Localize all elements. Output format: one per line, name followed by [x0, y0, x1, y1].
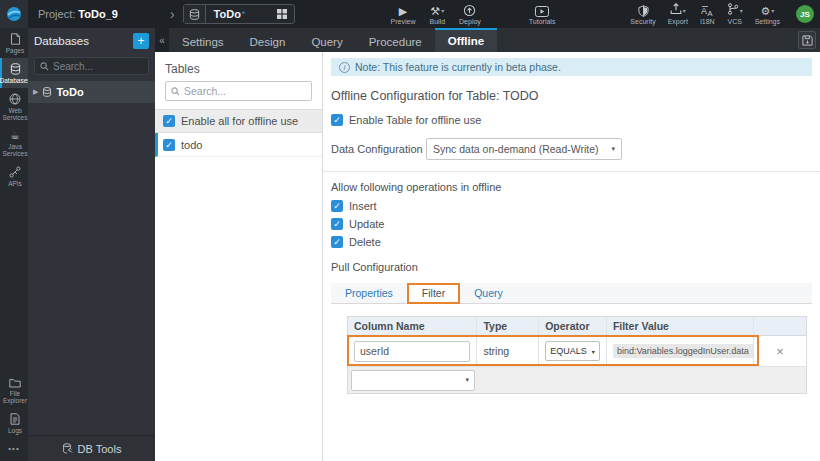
pull-tab-query[interactable]: Query	[460, 283, 517, 303]
vcs-branch-icon	[727, 3, 739, 17]
folder-icon	[9, 378, 21, 388]
shield-icon	[638, 4, 649, 17]
operator-select[interactable]: EQUALS ▾	[545, 341, 600, 361]
preview-button[interactable]: ▶ Preview	[391, 0, 416, 28]
tab-query[interactable]: Query	[298, 28, 355, 52]
database-item-todo[interactable]: ▶ ToDo	[28, 81, 155, 103]
deploy-icon	[463, 4, 476, 17]
allow-operations-label: Allow following operations in offline	[331, 181, 812, 193]
sidebar-item-file-explorer[interactable]: File Explorer	[0, 373, 28, 408]
check-icon: ✓	[333, 200, 341, 212]
filter-table: Column Name Type Operator Filter Value s…	[347, 316, 807, 394]
db-tools-icon	[62, 443, 73, 454]
pull-tab-filter[interactable]: Filter	[407, 283, 460, 304]
beta-note: i Note: This feature is currently in bet…	[331, 58, 812, 76]
enable-table-row: ✓ Enable Table for offline use	[331, 114, 812, 126]
db-tools-button[interactable]: DB Tools	[28, 435, 155, 461]
database-search-input[interactable]	[53, 61, 133, 72]
tab-design[interactable]: Design	[237, 28, 299, 52]
wavemaker-studio: Project: ToDo_9 › ToDo *	[0, 0, 820, 461]
insert-row: ✓ Insert	[331, 200, 812, 212]
delete-checkbox[interactable]: ✓	[331, 236, 343, 248]
more-options-icon[interactable]: •••	[0, 438, 28, 461]
resource-selector[interactable]: ToDo *	[183, 4, 295, 24]
column-name-input[interactable]	[354, 341, 470, 362]
pull-tab-properties[interactable]: Properties	[331, 283, 407, 303]
data-configuration-select[interactable]: Sync data on-demand (Read-Write) ▾	[426, 138, 622, 160]
check-icon: ✓	[165, 139, 173, 151]
app-logo[interactable]	[0, 0, 28, 28]
tables-search[interactable]	[165, 81, 312, 101]
select-caret-icon: ▾	[611, 145, 615, 153]
sidebar-item-web-services[interactable]: Web Services	[0, 88, 28, 125]
database-search[interactable]	[34, 57, 149, 75]
add-database-button[interactable]: +	[133, 33, 149, 49]
toolbar-settings-group: Security ▾ Export A A	[630, 0, 814, 28]
insert-checkbox[interactable]: ✓	[331, 200, 343, 212]
table-item-todo[interactable]: ✓ todo	[155, 133, 322, 157]
type-cell: string	[477, 336, 539, 366]
tables-panel: Tables ✓ Enable all for offline use ✓ to…	[155, 52, 323, 461]
project-name: Project: ToDo_9	[38, 8, 118, 20]
coffee-icon: ☕	[10, 130, 20, 141]
header-filter-value: Filter Value	[607, 317, 754, 335]
security-button[interactable]: Security	[630, 0, 655, 28]
caret-down-icon: ▾	[441, 5, 444, 17]
workspace: Pages Databases Web Services ☕ Java Serv…	[0, 28, 820, 461]
export-button[interactable]: ▾ Export	[668, 0, 688, 28]
todo-checkbox[interactable]: ✓	[163, 139, 175, 151]
deploy-button[interactable]: Deploy	[459, 0, 481, 28]
select-caret-icon: ▾	[592, 348, 595, 355]
i18n-icon: A A	[701, 4, 714, 17]
preview-icon: ▶	[399, 4, 407, 17]
enable-all-row[interactable]: ✓ Enable all for offline use	[155, 109, 322, 133]
search-icon	[171, 87, 180, 96]
check-icon: ✓	[165, 115, 173, 127]
filter-table-header: Column Name Type Operator Filter Value	[348, 317, 806, 336]
update-checkbox[interactable]: ✓	[331, 218, 343, 230]
sidebar-item-apis[interactable]: APIs	[0, 161, 28, 191]
sidebar-item-pages[interactable]: Pages	[0, 28, 28, 58]
tutorials-button[interactable]: Tutorials	[529, 0, 556, 28]
select-caret-icon: ▾	[465, 376, 469, 384]
build-button[interactable]: ⚒▾ Build	[429, 0, 445, 28]
tab-bar-spacer	[497, 28, 798, 52]
tab-offline[interactable]: Offline	[435, 28, 497, 52]
i18n-button[interactable]: A A I18N	[700, 0, 715, 28]
expand-arrow-icon[interactable]: ▶	[33, 88, 38, 96]
app-grid-icon[interactable]	[276, 8, 288, 20]
breadcrumb-chevron-icon: ›	[170, 7, 175, 21]
tab-settings[interactable]: Settings	[169, 28, 237, 52]
delete-row-icon[interactable]: ×	[776, 344, 784, 359]
vcs-button[interactable]: ▾ VCS	[727, 0, 743, 28]
tables-search-input[interactable]	[184, 85, 294, 97]
top-bar: Project: ToDo_9 › ToDo *	[0, 0, 820, 28]
enable-table-checkbox[interactable]: ✓	[331, 114, 343, 126]
save-button[interactable]	[798, 31, 816, 49]
save-icon	[802, 35, 813, 46]
sidebar-item-java-services[interactable]: ☕ Java Services	[0, 125, 28, 161]
modified-marker: *	[242, 9, 246, 19]
enable-all-checkbox[interactable]: ✓	[163, 115, 175, 127]
tab-procedure[interactable]: Procedure	[356, 28, 435, 52]
database-icon	[10, 63, 21, 75]
caret-down-icon: ▾	[683, 5, 686, 17]
sidebar-item-logs[interactable]: Logs	[0, 408, 28, 438]
data-configuration-row: Data Configuration Sync data on-demand (…	[331, 138, 812, 160]
user-avatar[interactable]: JS	[796, 5, 814, 23]
check-icon: ✓	[333, 218, 341, 230]
search-icon	[40, 62, 49, 71]
add-filter-row: ▾	[348, 366, 806, 393]
delete-row: ✓ Delete	[331, 236, 812, 248]
header-column-name: Column Name	[348, 317, 477, 335]
settings-button[interactable]: ⚙▾ Settings	[755, 0, 780, 28]
header-type: Type	[477, 317, 539, 335]
page-title: Offline Configuration for Table: TODO	[331, 89, 812, 103]
collapse-panel-button[interactable]: «	[155, 28, 169, 52]
wavemaker-logo-icon	[6, 6, 22, 22]
new-column-select[interactable]: ▾	[351, 370, 475, 391]
editor-column: « Settings Design Query Procedure Offlin…	[155, 28, 820, 461]
tutorials-icon	[535, 4, 549, 17]
sidebar-item-databases[interactable]: Databases	[0, 58, 28, 88]
caret-down-icon: ▾	[740, 5, 743, 17]
